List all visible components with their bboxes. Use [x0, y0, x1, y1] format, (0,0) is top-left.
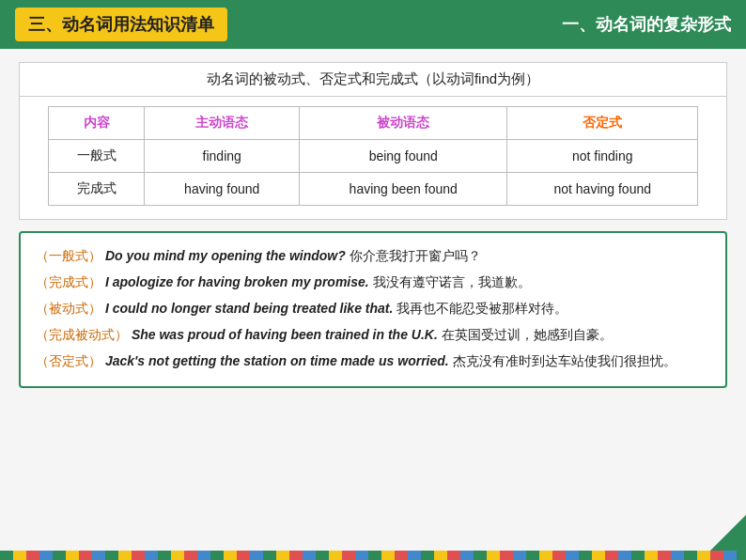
grammar-table: 内容 主动语态 被动语态 否定式 一般式 finding being found…	[48, 106, 698, 206]
header-right-label: 一、动名词的复杂形式	[562, 13, 731, 36]
label-1: （一般式）	[36, 248, 101, 263]
zh-2: 我没有遵守诺言，我道歉。	[373, 274, 531, 289]
label-3: （被动式）	[36, 301, 101, 316]
en-3: I could no longer stand being treated li…	[105, 301, 393, 316]
table-row: 完成式 having found having been found not h…	[49, 173, 698, 206]
row2-col1: 完成式	[49, 173, 145, 206]
label-2: （完成式）	[36, 274, 101, 289]
subtitle-box: 动名词的被动式、否定式和完成式（以动词find为例）	[19, 62, 727, 97]
en-4: She was proud of having been trained in …	[132, 327, 438, 342]
table-row: 一般式 finding being found not finding	[49, 140, 698, 173]
en-2: I apologize for having broken my promise…	[105, 274, 369, 289]
zh-1: 你介意我打开窗户吗？	[350, 248, 481, 263]
row2-col3: having been found	[299, 173, 507, 206]
table-container: 内容 主动语态 被动语态 否定式 一般式 finding being found…	[19, 97, 727, 220]
th-passive: 被动语态	[299, 107, 507, 140]
example-5: （否定式） Jack's not getting the station on …	[36, 350, 710, 374]
content-area: 动名词的被动式、否定式和完成式（以动词find为例） 内容 主动语态 被动语态 …	[0, 49, 746, 397]
en-5: Jack's not getting the station on time m…	[105, 353, 449, 368]
examples-box: （一般式） Do you mind my opening the window?…	[19, 231, 727, 388]
slide: 三、动名词用法知识清单 一、动名词的复杂形式 动名词的被动式、否定式和完成式（以…	[0, 0, 746, 560]
zh-5: 杰克没有准时到达车站使我们很担忧。	[453, 353, 676, 368]
example-2: （完成式） I apologize for having broken my p…	[36, 271, 710, 295]
header-bar: 三、动名词用法知识清单 一、动名词的复杂形式	[0, 0, 746, 49]
header-left-label: 三、动名词用法知识清单	[15, 8, 227, 41]
example-4: （完成被动式） She was proud of having been tra…	[36, 323, 710, 348]
th-content: 内容	[49, 107, 145, 140]
row1-col2: finding	[145, 140, 300, 173]
row1-col3: being found	[299, 140, 507, 173]
row1-col1: 一般式	[49, 140, 145, 173]
row2-col2: having found	[145, 173, 300, 206]
bottom-stripe	[0, 551, 746, 560]
zh-3: 我再也不能忍受被那样对待。	[396, 301, 567, 316]
example-3: （被动式） I could no longer stand being trea…	[36, 297, 710, 321]
example-1: （一般式） Do you mind my opening the window?…	[36, 244, 710, 269]
en-1: Do you mind my opening the window?	[105, 248, 346, 263]
label-4: （完成被动式）	[36, 327, 128, 342]
zh-4: 在英国受过训，她感到自豪。	[442, 327, 613, 342]
th-active: 主动语态	[145, 107, 300, 140]
row2-col4: not having found	[507, 173, 698, 206]
label-5: （否定式）	[36, 353, 101, 368]
row1-col4: not finding	[507, 140, 698, 173]
th-negative: 否定式	[507, 107, 698, 140]
